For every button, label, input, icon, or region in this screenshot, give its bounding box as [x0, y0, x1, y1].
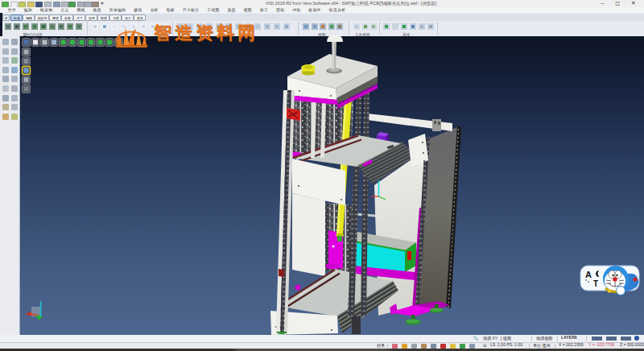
svg-text:A: A	[585, 270, 592, 279]
svg-text:T: T	[593, 279, 598, 288]
